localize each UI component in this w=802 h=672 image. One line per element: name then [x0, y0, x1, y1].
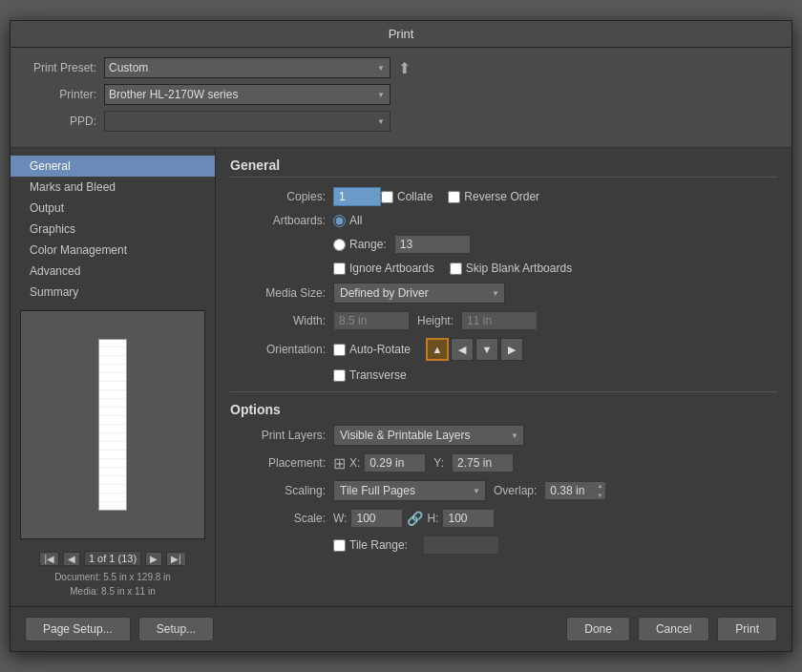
tile-range-input[interactable] — [423, 536, 499, 555]
height-label: Height: — [417, 314, 454, 327]
range-radio[interactable] — [333, 239, 346, 251]
printer-select[interactable]: Brother HL-2170W series — [104, 84, 390, 105]
tile-range-row: Tile Range: — [230, 536, 777, 555]
sidebar-item-output[interactable]: Output — [11, 198, 215, 219]
ppd-select[interactable] — [104, 111, 390, 132]
media-size-label: Media Size: — [230, 286, 326, 300]
placement-label: Placement: — [230, 456, 326, 470]
title-bar: Print — [11, 21, 791, 48]
section-divider — [230, 391, 777, 392]
tile-range-check-label[interactable]: Tile Range: — [333, 538, 408, 552]
tile-range-checkbox[interactable] — [333, 539, 346, 552]
body-section: General Marks and Bleed Output Graphics … — [11, 148, 791, 606]
scaling-row: Scaling: Tile Full Pages Overlap: — [230, 480, 777, 501]
orient-portrait-button[interactable]: ▲ — [426, 338, 449, 361]
skip-blank-checkbox[interactable] — [450, 262, 462, 275]
media-size-select[interactable]: Defined by Driver — [333, 283, 505, 304]
reverse-order-label[interactable]: Reverse Order — [448, 190, 539, 203]
copies-row: Copies: Collate Reverse Order — [230, 187, 777, 206]
placement-row: Placement: ⊞ X: Y: — [230, 453, 777, 472]
artboards-label: Artboards: — [230, 214, 326, 227]
x-label: X: — [349, 456, 360, 470]
transverse-label[interactable]: Transverse — [333, 368, 407, 382]
y-label: Y: — [433, 456, 444, 470]
print-preset-select[interactable]: Custom — [104, 57, 390, 78]
bottom-left-buttons: Page Setup... Setup... — [25, 617, 214, 641]
dimensions-row: Width: Height: — [230, 311, 777, 330]
all-radio-label[interactable]: All — [333, 214, 362, 227]
sidebar-item-general[interactable]: General — [11, 156, 215, 177]
transverse-checkbox[interactable] — [333, 369, 346, 382]
page-preview-area — [20, 310, 205, 539]
setup-button[interactable]: Setup... — [138, 617, 214, 641]
orientation-label: Orientation: — [230, 343, 326, 356]
printer-select-wrapper: Brother HL-2170W series — [104, 84, 390, 105]
bottom-right-buttons: Done Cancel Print — [566, 617, 777, 641]
ignore-artboards-checkbox[interactable] — [333, 262, 346, 275]
orient-landscape-button[interactable]: ◀ — [451, 338, 474, 361]
scaling-label: Scaling: — [230, 484, 326, 497]
auto-rotate-label[interactable]: Auto-Rotate — [333, 343, 411, 356]
range-radio-label[interactable]: Range: — [333, 238, 387, 251]
sidebar-item-summary[interactable]: Summary — [11, 282, 215, 303]
scale-row: Scale: W: 🔗 H: — [230, 509, 777, 528]
orientation-buttons: ▲ ◀ ▼ ▶ — [426, 338, 523, 361]
first-page-button[interactable]: |◀ — [39, 552, 59, 566]
orient-portrait-flip-button[interactable]: ▼ — [475, 338, 498, 361]
reverse-order-checkbox[interactable] — [448, 191, 460, 203]
artboards-row: Artboards: All — [230, 214, 777, 227]
skip-blank-label[interactable]: Skip Blank Artboards — [450, 262, 572, 275]
ppd-label: PPD: — [30, 115, 96, 128]
printer-row: Printer: Brother HL-2170W series — [30, 84, 772, 105]
collate-checkbox[interactable] — [381, 191, 393, 203]
page-input[interactable] — [84, 551, 141, 566]
collate-label[interactable]: Collate — [381, 190, 433, 203]
sidebar-item-marks-and-bleed[interactable]: Marks and Bleed — [11, 177, 215, 198]
print-button[interactable]: Print — [717, 617, 777, 641]
orientation-row: Orientation: Auto-Rotate ▲ ◀ ▼ ▶ — [230, 338, 777, 361]
x-input[interactable] — [364, 453, 426, 472]
auto-rotate-checkbox[interactable] — [333, 344, 346, 356]
scaling-select[interactable]: Tile Full Pages — [333, 480, 486, 501]
document-info-line1: Document: 5.5 in x 129.8 in — [11, 570, 215, 584]
sidebar-item-color-management[interactable]: Color Management — [11, 240, 215, 261]
cancel-button[interactable]: Cancel — [638, 617, 709, 641]
print-preset-label: Print Preset: — [30, 61, 96, 74]
y-input[interactable] — [452, 453, 514, 472]
media-size-select-wrapper: Defined by Driver — [333, 283, 505, 304]
prev-page-button[interactable]: ◀ — [63, 552, 80, 566]
general-section-title: General — [230, 158, 777, 178]
h-scale-input[interactable] — [442, 509, 495, 528]
width-input[interactable] — [333, 311, 410, 330]
ppd-select-wrapper — [104, 111, 390, 132]
bottom-bar: Page Setup... Setup... Done Cancel Print — [11, 606, 791, 651]
sidebar-item-graphics[interactable]: Graphics — [11, 219, 215, 240]
print-layers-wrapper: Visible & Printable Layers — [333, 425, 524, 446]
sidebar-item-advanced[interactable]: Advanced — [11, 261, 215, 282]
height-input[interactable] — [461, 311, 538, 330]
overlap-input[interactable] — [544, 481, 606, 500]
save-preset-icon[interactable]: ⬆ — [398, 59, 411, 77]
print-layers-select[interactable]: Visible & Printable Layers — [333, 425, 524, 446]
ignore-artboards-label[interactable]: Ignore Artboards — [333, 262, 434, 275]
document-info-line2: Media: 8.5 in x 11 in — [11, 584, 215, 598]
w-label: W: — [333, 512, 347, 525]
overlap-label: Overlap: — [494, 484, 537, 497]
w-scale-input[interactable] — [350, 509, 403, 528]
next-page-button[interactable]: ▶ — [145, 552, 162, 566]
print-layers-label: Print Layers: — [230, 429, 326, 442]
artboard-options-row: Ignore Artboards Skip Blank Artboards — [230, 262, 777, 275]
page-setup-button[interactable]: Page Setup... — [25, 617, 131, 641]
print-dialog: Print Print Preset: Custom ⬆ Printer: Br… — [10, 20, 792, 652]
dialog-title: Print — [389, 27, 414, 41]
all-radio[interactable] — [333, 215, 346, 227]
range-input[interactable] — [394, 235, 471, 254]
media-size-row: Media Size: Defined by Driver — [230, 283, 777, 304]
copies-input[interactable] — [333, 187, 381, 206]
last-page-button[interactable]: ▶| — [166, 552, 186, 566]
done-button[interactable]: Done — [566, 617, 630, 641]
printer-label: Printer: — [30, 88, 96, 101]
orient-landscape-flip-button[interactable]: ▶ — [500, 338, 523, 361]
placement-icon: ⊞ — [333, 454, 346, 472]
link-icon[interactable]: 🔗 — [407, 511, 423, 526]
